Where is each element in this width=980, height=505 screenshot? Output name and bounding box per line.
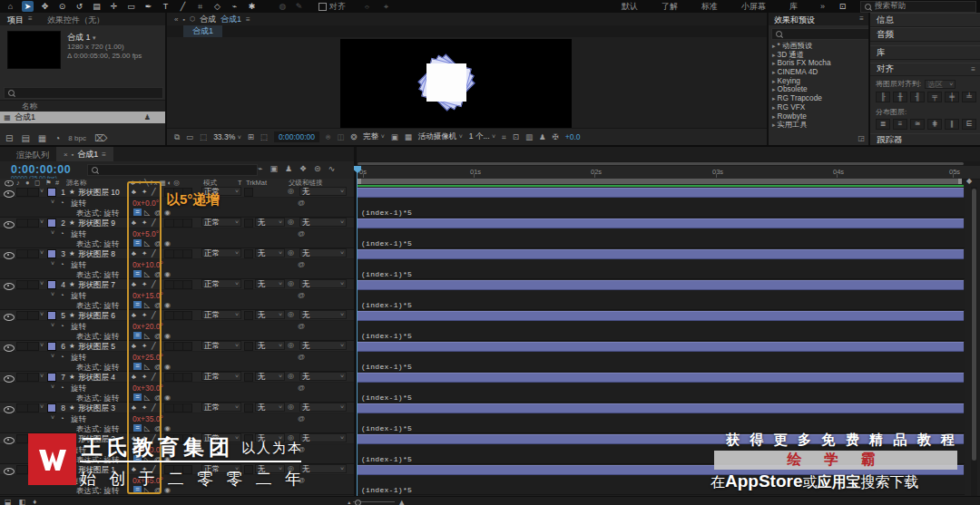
property-twirl-icon[interactable]: ˅ bbox=[51, 229, 54, 236]
stopwatch-icon[interactable]: ◔ bbox=[60, 229, 64, 238]
effects-category[interactable]: ▸实用工具 bbox=[769, 121, 868, 130]
stopwatch-icon[interactable]: ◔ bbox=[60, 414, 64, 422]
layer-parent-dropdown[interactable]: 无˅ bbox=[299, 341, 347, 350]
trkmat-cell[interactable] bbox=[244, 188, 253, 197]
layer-duration-bar[interactable] bbox=[358, 403, 964, 413]
workspace-小屏幕[interactable]: 小屏幕 bbox=[741, 1, 766, 13]
layer-visibility-eye-icon[interactable] bbox=[4, 406, 15, 413]
viewer-panel-menu-icon[interactable]: ≡ bbox=[246, 15, 250, 24]
eraser-tool-icon[interactable]: ◇ bbox=[211, 1, 223, 12]
help-search-input[interactable]: 搜索帮助 bbox=[860, 1, 976, 13]
workspace-标准[interactable]: 标准 bbox=[701, 1, 718, 13]
stopwatch-icon[interactable]: ◔ bbox=[60, 199, 64, 207]
property-pickwhip-icon[interactable]: @ bbox=[298, 322, 305, 330]
layer-visibility-eye-icon[interactable] bbox=[4, 252, 15, 259]
threed-switch-cell[interactable] bbox=[182, 311, 192, 320]
layer-mode-dropdown[interactable]: 正常˅ bbox=[201, 218, 241, 227]
expression-row[interactable]: 表达式: 旋转 = ◺ @ ◉ bbox=[0, 393, 354, 403]
layer-duration-bar[interactable] bbox=[358, 249, 964, 259]
layer-parent-dropdown[interactable]: 无˅ bbox=[299, 218, 347, 227]
viewer-active-comp-label[interactable]: 合成1 bbox=[220, 14, 241, 25]
distribute-bottom-icon[interactable]: ≊ bbox=[910, 119, 925, 130]
rotation-property-row[interactable]: ˅ ◔ 旋转 0x+40.0° @ bbox=[0, 444, 354, 454]
effects-category[interactable]: ▸Boris FX Mocha bbox=[769, 59, 868, 68]
hide-shy-layers-icon[interactable]: ♟ bbox=[285, 164, 292, 173]
stopwatch-icon[interactable]: ◔ bbox=[60, 353, 64, 361]
expression-row[interactable]: 表达式: 旋转 = ◺ @ ◉ bbox=[0, 454, 354, 464]
expression-text[interactable]: (index-1)*5 bbox=[361, 393, 412, 402]
motion-blur-icon[interactable]: ⊜ bbox=[314, 164, 321, 173]
layer-parent-dropdown[interactable]: 无˅ bbox=[299, 310, 347, 319]
current-timecode[interactable]: 0:00:00:00 bbox=[11, 163, 71, 176]
workspace-库[interactable]: 库 bbox=[789, 1, 798, 13]
expression-row[interactable]: 表达式: 旋转 = ◺ @ ◉ bbox=[0, 423, 354, 433]
layer-twirl-icon[interactable]: ˅ bbox=[40, 280, 44, 286]
layer-duration-bar[interactable] bbox=[358, 342, 964, 352]
expression-language-menu-icon[interactable]: ◉ bbox=[164, 332, 171, 340]
expand-modes-columns-icon[interactable]: ◧ bbox=[19, 498, 26, 505]
expression-text[interactable]: (index-1)*5 bbox=[361, 209, 412, 217]
libraries-panel-header[interactable]: 库 bbox=[870, 45, 980, 60]
brush-tool-icon[interactable]: ╱ bbox=[177, 1, 189, 12]
stopwatch-icon[interactable]: ◔ bbox=[60, 260, 64, 268]
parent-pickwhip-icon[interactable]: ◎ bbox=[288, 218, 294, 226]
panel-resize-grip-icon[interactable]: ◲ bbox=[858, 134, 865, 142]
hand-tool-icon[interactable]: ✥ bbox=[39, 1, 51, 12]
always-preview-icon[interactable]: ⧉ bbox=[174, 132, 180, 142]
effects-category[interactable]: ▸CINEMA 4D bbox=[769, 68, 868, 77]
audio-panel-header[interactable]: 音频 bbox=[870, 27, 980, 42]
layer-trkmat-dropdown[interactable]: 无˅ bbox=[255, 433, 285, 442]
twirl-icon[interactable]: ▸ bbox=[772, 43, 776, 49]
rotation-property-row[interactable]: ˅ ◔ 旋转 0x+20.0° @ bbox=[0, 321, 354, 331]
workspace-settings-icon[interactable]: ⊡ bbox=[837, 1, 848, 12]
layer-twirl-icon[interactable]: ˅ bbox=[40, 434, 44, 441]
threed-switch-cell[interactable] bbox=[182, 403, 192, 413]
layer-lock-cell[interactable] bbox=[27, 373, 39, 382]
align-center-h-icon[interactable]: ╫ bbox=[893, 92, 907, 102]
comp-tab[interactable]: 合成1 bbox=[183, 25, 222, 37]
interpret-footage-icon[interactable]: ⊟ bbox=[5, 133, 13, 143]
zoom-in-mountain-icon[interactable]: ▲ bbox=[397, 498, 406, 505]
composition-mini-flowchart-icon[interactable]: ⌁ bbox=[258, 164, 262, 173]
fast-previews-icon[interactable]: ⊡ bbox=[513, 132, 519, 141]
timeline-search-input[interactable] bbox=[87, 164, 258, 176]
work-area-bar[interactable] bbox=[358, 179, 962, 184]
channels-icon[interactable]: ❂ bbox=[350, 132, 357, 141]
viewer-timecode[interactable]: 0:00:00:00 bbox=[274, 131, 319, 142]
layer-trkmat-dropdown[interactable]: 无˅ bbox=[255, 310, 285, 319]
trkmat-cell[interactable] bbox=[244, 311, 253, 320]
zoom-tool-icon[interactable]: ⊙ bbox=[56, 1, 68, 12]
property-twirl-icon[interactable]: ˅ bbox=[51, 353, 54, 359]
layer-color-swatch[interactable] bbox=[47, 465, 56, 474]
distribute-center-v-icon[interactable]: ≡ bbox=[893, 119, 907, 130]
twirl-icon[interactable]: ▸ bbox=[772, 52, 776, 58]
rotation-property-row[interactable]: ˅ ◔ 旋转 0x+5.0° @ bbox=[0, 228, 354, 238]
composition-view[interactable] bbox=[340, 39, 572, 128]
layer-duration-bar[interactable] bbox=[358, 311, 964, 321]
parent-pickwhip-icon[interactable]: ◎ bbox=[288, 279, 294, 287]
new-composition-icon[interactable]: ▦ bbox=[38, 133, 46, 143]
property-pickwhip-icon[interactable]: @ bbox=[298, 476, 305, 484]
threed-switch-cell[interactable] bbox=[182, 249, 192, 258]
expression-row[interactable]: 表达式: 旋转 = ◺ @ ◉ bbox=[0, 485, 354, 495]
layer-twirl-icon[interactable]: ˅ bbox=[40, 373, 44, 379]
layer-visibility-eye-icon[interactable] bbox=[4, 375, 15, 383]
property-twirl-icon[interactable]: ˅ bbox=[51, 322, 54, 328]
layer-color-swatch[interactable] bbox=[47, 188, 56, 197]
expand-in-out-columns-icon[interactable]: ⬓ bbox=[5, 498, 12, 505]
layer-color-swatch[interactable] bbox=[47, 311, 56, 320]
delete-item-icon[interactable]: ⌦ bbox=[94, 133, 107, 143]
layer-duration-bar[interactable] bbox=[358, 188, 964, 198]
layer-duration-bar[interactable] bbox=[358, 280, 964, 290]
rotation-property-row[interactable]: ˅ ◔ 旋转 0x+10.0° @ bbox=[0, 259, 354, 269]
view-layout-dropdown[interactable]: 1 个... ˅ bbox=[469, 131, 495, 142]
twirl-icon[interactable]: ▸ bbox=[772, 60, 776, 66]
layer-visibility-eye-icon[interactable] bbox=[4, 437, 15, 444]
layer-mode-dropdown[interactable]: 正常˅ bbox=[201, 310, 241, 319]
stopwatch-icon[interactable]: ◔ bbox=[60, 291, 64, 299]
snap-align-toggle[interactable]: 对齐 bbox=[318, 1, 346, 13]
trkmat-cell[interactable] bbox=[244, 280, 253, 289]
property-pickwhip-icon[interactable]: @ bbox=[298, 199, 305, 207]
project-panel-menu-icon[interactable]: ≡ bbox=[28, 15, 33, 23]
layer-parent-dropdown[interactable]: 无˅ bbox=[299, 187, 347, 196]
